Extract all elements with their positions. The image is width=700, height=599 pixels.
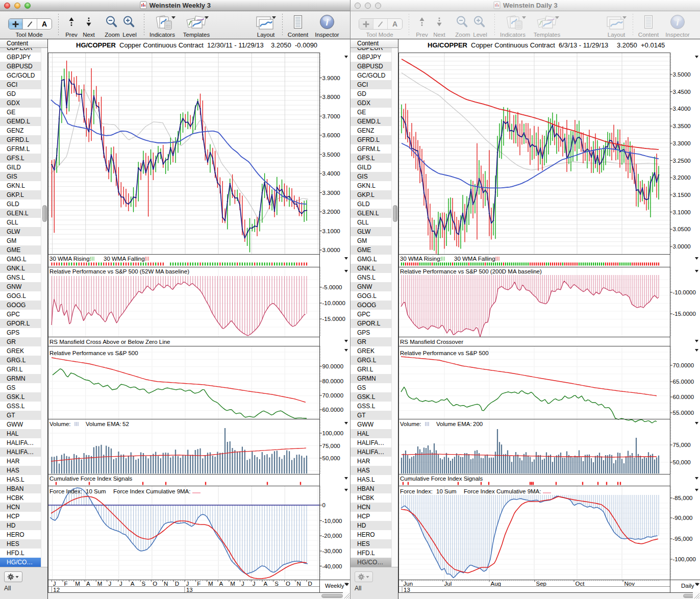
svg-text:3.0000: 3.0000 xyxy=(673,243,691,249)
svg-text:A: A xyxy=(264,581,268,587)
svg-text:N: N xyxy=(164,581,168,587)
svg-text:S: S xyxy=(274,581,279,587)
svg-text:Force Index:: Force Index: xyxy=(400,488,433,494)
svg-text:3.0000: 3.0000 xyxy=(322,247,340,253)
svg-text:M: M xyxy=(208,581,213,587)
svg-text:J: J xyxy=(53,581,56,587)
svg-text:Weekly: Weekly xyxy=(325,583,344,589)
svg-text:60.0000: 60.0000 xyxy=(673,394,694,400)
svg-text:D: D xyxy=(175,581,179,587)
svg-text:3.3000: 3.3000 xyxy=(322,190,340,196)
svg-text:65.0000: 65.0000 xyxy=(673,379,694,385)
svg-text:Relative Performance vs S&P 50: Relative Performance vs S&P 500 (200D MA… xyxy=(400,268,542,274)
svg-text:3.2500: 3.2500 xyxy=(673,158,691,164)
svg-text:13: 13 xyxy=(186,587,193,593)
svg-text:D: D xyxy=(308,581,312,587)
svg-text:J: J xyxy=(253,581,256,587)
svg-text:3.2000: 3.2000 xyxy=(322,209,340,215)
svg-text:O: O xyxy=(153,581,157,587)
svg-text:Jul: Jul xyxy=(444,581,452,587)
svg-text:3.5000: 3.5000 xyxy=(673,71,691,78)
svg-text:-40,000: -40,000 xyxy=(322,563,342,569)
svg-text:10 Sum: 10 Sum xyxy=(436,488,457,494)
svg-text:Volume EMA:: Volume EMA: xyxy=(436,421,472,427)
svg-text:-90,000: -90,000 xyxy=(673,515,693,521)
svg-text:3.9000: 3.9000 xyxy=(322,75,340,81)
svg-text:S: S xyxy=(142,581,146,587)
svg-text:Force Index Cumulative 9MA:: Force Index Cumulative 9MA: xyxy=(113,488,190,494)
svg-text:-15.0000: -15.0000 xyxy=(673,311,696,317)
svg-text:Force Index Cumulative 9MA:: Force Index Cumulative 9MA: xyxy=(464,488,541,494)
svg-text:Aug: Aug xyxy=(491,581,501,587)
svg-text:3.0500: 3.0500 xyxy=(673,226,691,232)
svg-text:O: O xyxy=(286,581,290,587)
svg-text:F: F xyxy=(64,581,68,587)
svg-text:30 WMA Falling:: 30 WMA Falling: xyxy=(454,256,497,262)
svg-text:200: 200 xyxy=(473,421,483,427)
svg-text:-10.0000: -10.0000 xyxy=(673,289,696,295)
svg-text:-10.0000: -10.0000 xyxy=(322,300,345,306)
svg-text:N: N xyxy=(297,581,301,587)
svg-text:70.0000: 70.0000 xyxy=(322,392,344,398)
svg-text:3.8000: 3.8000 xyxy=(322,94,340,100)
svg-text:-10,000: -10,000 xyxy=(322,518,342,524)
svg-text:13: 13 xyxy=(404,587,410,593)
svg-text:3.2000: 3.2000 xyxy=(673,174,691,181)
svg-text:J: J xyxy=(186,581,189,587)
svg-text:3.1000: 3.1000 xyxy=(322,228,340,234)
svg-text:75,000: 75,000 xyxy=(322,443,340,449)
svg-text:10 Sum: 10 Sum xyxy=(86,488,106,494)
svg-text:Cumulative Force Index Signals: Cumulative Force Index Signals xyxy=(49,476,133,482)
svg-text:-15.0000: -15.0000 xyxy=(322,316,345,322)
svg-text:3.3000: 3.3000 xyxy=(673,140,691,146)
svg-text:-20,000: -20,000 xyxy=(322,533,342,539)
svg-text:30 WMA Rising:: 30 WMA Rising: xyxy=(49,256,91,262)
svg-text:A: A xyxy=(131,581,135,587)
svg-text:-100,000: -100,000 xyxy=(673,556,696,562)
svg-text:Relative Performance vs S&P 50: Relative Performance vs S&P 500 (52W MA … xyxy=(49,268,189,274)
svg-text:Volume:: Volume: xyxy=(49,421,71,427)
svg-text:-5.0000: -5.0000 xyxy=(322,284,342,290)
svg-text:80.0000: 80.0000 xyxy=(322,378,344,384)
svg-text:30 WMA Rising:: 30 WMA Rising: xyxy=(400,256,442,262)
svg-text:70.0000: 70.0000 xyxy=(673,362,694,368)
svg-text:A: A xyxy=(86,581,90,587)
svg-text:M: M xyxy=(75,581,80,587)
svg-text:90.0000: 90.0000 xyxy=(322,363,344,369)
svg-text:3.1500: 3.1500 xyxy=(673,192,691,198)
svg-text:3.1000: 3.1000 xyxy=(673,209,691,215)
svg-text:50,000: 50,000 xyxy=(673,459,691,465)
svg-text:55.0000: 55.0000 xyxy=(673,410,694,416)
svg-text:3.3500: 3.3500 xyxy=(673,123,691,129)
svg-text:100,000: 100,000 xyxy=(322,430,344,436)
svg-text:30 WMA Falling:: 30 WMA Falling: xyxy=(104,256,146,262)
svg-text:M: M xyxy=(230,581,235,587)
svg-text:12: 12 xyxy=(53,587,60,593)
svg-text:F: F xyxy=(197,581,201,587)
svg-text:Cumulative Force Index Signals: Cumulative Force Index Signals xyxy=(400,476,483,482)
svg-text:3.4000: 3.4000 xyxy=(322,170,340,177)
svg-text:3.4500: 3.4500 xyxy=(673,89,691,95)
svg-text:50,000: 50,000 xyxy=(322,455,340,461)
svg-text:3.5000: 3.5000 xyxy=(322,152,340,158)
svg-text:Jun: Jun xyxy=(404,581,413,587)
svg-text:RS Mansfield Crossover: RS Mansfield Crossover xyxy=(400,339,463,345)
svg-text:J: J xyxy=(241,581,244,587)
svg-text:Relative Performance vs S&P 50: Relative Performance vs S&P 500 xyxy=(49,350,138,356)
svg-text:RS Mansfield Cross Above or Be: RS Mansfield Cross Above or Below Zero L… xyxy=(49,339,170,345)
svg-text:75,000: 75,000 xyxy=(673,442,691,448)
svg-text:Nov: Nov xyxy=(624,581,635,587)
svg-text:52: 52 xyxy=(122,421,129,427)
svg-text:Oct: Oct xyxy=(576,581,585,587)
svg-text:3.7000: 3.7000 xyxy=(322,113,340,119)
svg-text:Force Index:: Force Index: xyxy=(49,488,82,494)
svg-text:A: A xyxy=(219,581,223,587)
svg-text:Volume:: Volume: xyxy=(400,421,421,427)
svg-text:-95,000: -95,000 xyxy=(673,536,693,542)
svg-text:Sep: Sep xyxy=(536,581,546,587)
svg-text:3.6000: 3.6000 xyxy=(322,132,340,138)
svg-text:-30,000: -30,000 xyxy=(322,548,342,554)
svg-text:3.4000: 3.4000 xyxy=(673,106,691,112)
svg-text:-85,000: -85,000 xyxy=(673,495,693,501)
svg-text:J: J xyxy=(108,581,111,587)
